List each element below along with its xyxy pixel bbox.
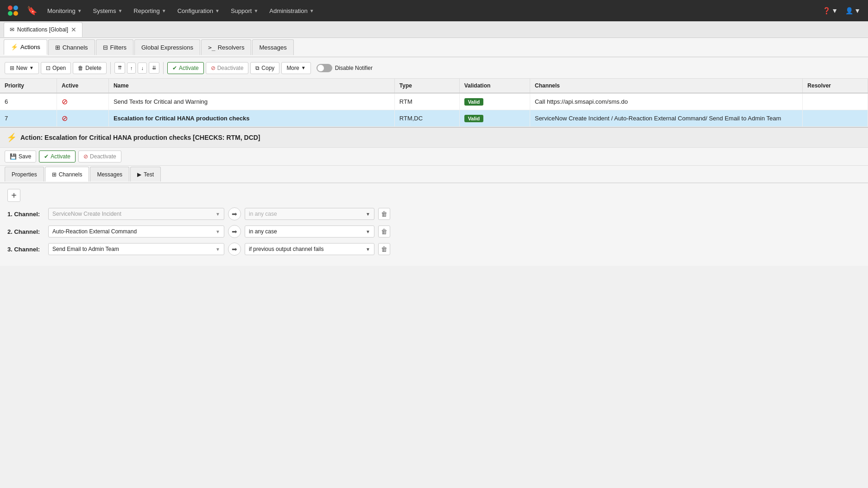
nav-support[interactable]: Support ▼ bbox=[226, 5, 263, 17]
active-cell: ⊘ bbox=[57, 93, 109, 110]
chevron-down-icon: ▼ bbox=[215, 8, 220, 13]
toolbar-divider-2 bbox=[163, 62, 164, 74]
notifications-tab[interactable]: ✉ Notifications [Global] ✕ bbox=[4, 22, 82, 37]
delete-channel-2-button[interactable]: 🗑 bbox=[378, 225, 390, 238]
chevron-down-icon: ▼ bbox=[77, 8, 82, 13]
channel-row-1: 1. Channel: ServiceNow Create Incident ▼… bbox=[7, 207, 861, 220]
channel-2-label: 2. Channel: bbox=[7, 228, 44, 235]
dropdown-icon: ▼ bbox=[215, 247, 220, 252]
toggle-switch[interactable] bbox=[317, 64, 332, 72]
chevron-down-icon: ▼ bbox=[118, 8, 122, 13]
play-icon: ▶ bbox=[137, 171, 141, 178]
checkmark-icon: ✔ bbox=[44, 153, 49, 160]
condition-2-select[interactable]: in any case ▼ bbox=[245, 225, 374, 238]
svg-point-3 bbox=[13, 11, 18, 16]
more-button[interactable]: More ▼ bbox=[281, 62, 310, 74]
detail-toolbar: 💾 Save ✔ Activate ⊘ Deactivate bbox=[0, 148, 868, 166]
move-up-button[interactable]: ↑ bbox=[127, 63, 136, 74]
tab-filters[interactable]: ⊟ Filters bbox=[96, 39, 133, 55]
user-button[interactable]: 👤 ▼ bbox=[843, 5, 863, 16]
detail-tab-messages[interactable]: Messages bbox=[90, 167, 129, 181]
channel-3-label: 3. Channel: bbox=[7, 246, 44, 253]
bookmark-icon[interactable]: 🔖 bbox=[27, 6, 37, 16]
col-priority: Priority bbox=[0, 79, 57, 93]
channel-row-2: 2. Channel: Auto-Reaction External Comma… bbox=[7, 225, 861, 238]
copy-button[interactable]: ⧉ Copy bbox=[250, 62, 279, 74]
channels-icon: ⊞ bbox=[52, 171, 57, 178]
resolver-cell bbox=[803, 110, 868, 127]
detail-deactivate-button[interactable]: ⊘ Deactivate bbox=[78, 150, 121, 163]
deactivated-icon: ⊘ bbox=[62, 98, 68, 106]
delete-button[interactable]: 🗑 Delete bbox=[73, 62, 107, 74]
toolbar-divider bbox=[110, 62, 111, 74]
filters-icon: ⊟ bbox=[103, 44, 108, 51]
activate-button[interactable]: ✔ Activate bbox=[167, 62, 204, 74]
channel-1-navigate-button[interactable]: ➡ bbox=[228, 207, 241, 220]
condition-3-select[interactable]: if previous output channel fails ▼ bbox=[245, 243, 374, 255]
detail-activate-button[interactable]: ✔ Activate bbox=[39, 150, 76, 163]
chevron-down-icon: ▼ bbox=[854, 7, 861, 14]
channel-3-navigate-button[interactable]: ➡ bbox=[228, 243, 241, 256]
new-button[interactable]: ⊞ New ▼ bbox=[5, 62, 39, 74]
detail-save-button[interactable]: 💾 Save bbox=[5, 150, 36, 163]
tab-global-expressions[interactable]: Global Expressions bbox=[134, 39, 200, 55]
svg-point-2 bbox=[8, 11, 13, 16]
section-tabs: ⚡ Actions ⊞ Channels ⊟ Filters Global Ex… bbox=[0, 38, 868, 57]
detail-header: ⚡ Action: Escalation for Critical HANA p… bbox=[0, 128, 868, 148]
move-bottom-button[interactable]: ⇊ bbox=[149, 62, 159, 74]
close-icon[interactable]: ✕ bbox=[71, 26, 76, 33]
channel-2-navigate-button[interactable]: ➡ bbox=[228, 225, 241, 238]
detail-tab-properties[interactable]: Properties bbox=[5, 167, 44, 181]
user-icon: 👤 bbox=[845, 7, 853, 14]
tab-resolvers[interactable]: >_ Resolvers bbox=[201, 39, 251, 55]
move-top-button[interactable]: ⇈ bbox=[114, 62, 125, 74]
table-row[interactable]: 6 ⊘ Send Texts for Critical and Warning … bbox=[0, 93, 868, 110]
channel-2-select[interactable]: Auto-Reaction External Command ▼ bbox=[48, 225, 224, 238]
col-name: Name bbox=[108, 79, 394, 93]
dropdown-icon: ▼ bbox=[366, 212, 370, 217]
delete-channel-3-button[interactable]: 🗑 bbox=[378, 243, 390, 255]
detail-tab-test[interactable]: ▶ Test bbox=[130, 167, 161, 181]
delete-channel-1-button[interactable]: 🗑 bbox=[378, 208, 390, 220]
channel-3-select[interactable]: Send Email to Admin Team ▼ bbox=[48, 243, 224, 255]
top-navigation: 🔖 Monitoring ▼ Systems ▼ Reporting ▼ Con… bbox=[0, 0, 868, 21]
channel-1-label: 1. Channel: bbox=[7, 211, 44, 218]
detail-tab-channels[interactable]: ⊞ Channels bbox=[45, 167, 89, 181]
channel-row-3: 3. Channel: Send Email to Admin Team ▼ ➡… bbox=[7, 243, 861, 256]
open-button[interactable]: ⊡ Open bbox=[41, 62, 71, 74]
toggle-knob bbox=[317, 65, 324, 71]
chevron-down-icon: ▼ bbox=[162, 8, 166, 13]
table-row[interactable]: 7 ⊘ Escalation for Critical HANA product… bbox=[0, 110, 868, 127]
lightning-icon: ⚡ bbox=[11, 44, 18, 50]
priority-cell: 7 bbox=[0, 110, 57, 127]
col-type: Type bbox=[394, 79, 459, 93]
tab-messages[interactable]: Messages bbox=[252, 39, 293, 55]
tab-actions[interactable]: ⚡ Actions bbox=[4, 39, 47, 55]
nav-reporting[interactable]: Reporting ▼ bbox=[129, 5, 171, 17]
logo bbox=[5, 2, 21, 19]
disable-notifier-toggle[interactable]: Disable Notifier bbox=[313, 62, 376, 74]
chevron-down-icon: ▼ bbox=[253, 8, 258, 13]
deactivate-button[interactable]: ⊘ Deactivate bbox=[206, 62, 249, 74]
help-button[interactable]: ❓ ▼ bbox=[820, 5, 841, 16]
dropdown-arrow-icon: ▼ bbox=[29, 65, 34, 70]
plus-icon: ⊞ bbox=[10, 65, 14, 71]
nav-configuration[interactable]: Configuration ▼ bbox=[173, 5, 224, 17]
nav-systems[interactable]: Systems ▼ bbox=[89, 5, 127, 17]
validation-cell: Valid bbox=[459, 110, 530, 127]
nav-monitoring[interactable]: Monitoring ▼ bbox=[43, 5, 87, 17]
channel-1-select[interactable]: ServiceNow Create Incident ▼ bbox=[48, 208, 224, 220]
name-cell: Escalation for Critical HANA production … bbox=[108, 110, 394, 127]
channel-form: + 1. Channel: ServiceNow Create Incident… bbox=[0, 183, 868, 266]
condition-1-select: in any case ▼ bbox=[245, 208, 374, 220]
move-down-button[interactable]: ↓ bbox=[138, 63, 147, 74]
col-validation: Validation bbox=[459, 79, 530, 93]
chevron-down-icon: ▼ bbox=[831, 7, 838, 14]
type-cell: RTM,DC bbox=[394, 110, 459, 127]
svg-point-1 bbox=[13, 6, 18, 10]
add-channel-button[interactable]: + bbox=[7, 189, 20, 202]
save-icon: 💾 bbox=[10, 153, 17, 160]
nav-administration[interactable]: Administration ▼ bbox=[265, 5, 318, 17]
tab-channels[interactable]: ⊞ Channels bbox=[48, 39, 95, 55]
valid-badge: Valid bbox=[464, 115, 484, 122]
